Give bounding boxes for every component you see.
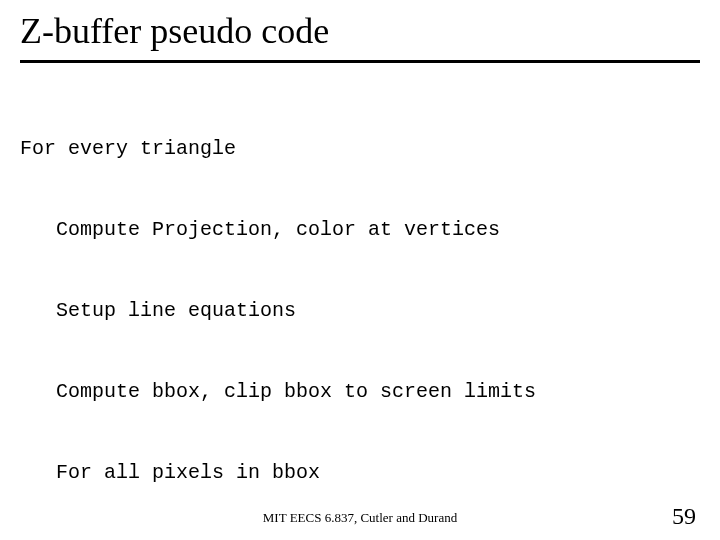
page-number: 59: [672, 503, 696, 530]
code-line: Compute Projection, color at vertices: [20, 216, 700, 243]
slide-title: Z-buffer pseudo code: [20, 10, 700, 63]
code-line: For all pixels in bbox: [20, 459, 700, 486]
slide-footer: MIT EECS 6.837, Cutler and Durand: [0, 510, 720, 526]
pseudocode-block: For every triangle Compute Projection, c…: [20, 81, 700, 540]
code-line: Compute bbox, clip bbox to screen limits: [20, 378, 700, 405]
slide-container: Z-buffer pseudo code For every triangle …: [0, 0, 720, 540]
code-line: Setup line equations: [20, 297, 700, 324]
code-line: For every triangle: [20, 135, 700, 162]
